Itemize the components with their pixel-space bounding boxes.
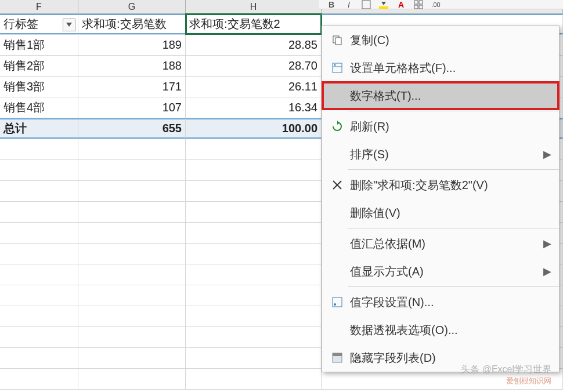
empty-cell[interactable]: [0, 348, 78, 368]
menu-separator: [348, 169, 559, 170]
empty-cell[interactable]: [186, 285, 322, 306]
empty-cell[interactable]: [0, 181, 78, 201]
empty-cell[interactable]: [186, 160, 322, 180]
menu-remove-field[interactable]: 删除"求和项:交易笔数2"(V): [322, 171, 559, 199]
borders-button[interactable]: [412, 1, 425, 9]
empty-cell[interactable]: [78, 327, 186, 347]
empty-cell[interactable]: [78, 160, 186, 180]
empty-cell[interactable]: [78, 369, 186, 389]
border-button[interactable]: [360, 1, 373, 9]
empty-cell[interactable]: [78, 285, 186, 306]
empty-cell[interactable]: [78, 223, 186, 243]
empty-cell[interactable]: [186, 348, 322, 368]
empty-cell[interactable]: [0, 244, 78, 264]
remove-icon: [327, 180, 348, 190]
menu-refresh[interactable]: 刷新(R): [322, 112, 559, 140]
pivot-sum2-header[interactable]: 求和项:交易笔数2: [186, 14, 322, 34]
empty-cell[interactable]: [0, 306, 78, 326]
menu-label: 复制(C): [348, 32, 553, 48]
context-menu: 复制(C) 设置单元格格式(F)... 数字格式(T)... 刷新(R) 排序(…: [322, 26, 560, 372]
row-label-cell[interactable]: 销售3部: [0, 77, 78, 97]
value-cell[interactable]: 107: [78, 97, 186, 118]
value-cell[interactable]: 28.85: [186, 35, 322, 55]
empty-cell[interactable]: [0, 264, 78, 285]
empty-cell[interactable]: [186, 223, 322, 243]
total-value-cell[interactable]: 100.00: [186, 118, 322, 139]
empty-cell[interactable]: [78, 306, 186, 326]
italic-button[interactable]: I: [342, 1, 355, 9]
menu-sort[interactable]: 排序(S) ▶: [322, 140, 559, 168]
pivot-sum1-header[interactable]: 求和项:交易笔数: [78, 14, 186, 34]
menu-number-format[interactable]: 数字格式(T)...: [322, 82, 559, 110]
svg-rect-1: [379, 6, 388, 9]
fill-color-button[interactable]: [377, 1, 390, 9]
value-cell[interactable]: 189: [78, 35, 186, 55]
pivot-row-label-header[interactable]: 行标签: [0, 14, 78, 34]
row-label-cell[interactable]: 销售4部: [0, 97, 78, 118]
svg-rect-4: [414, 5, 418, 9]
decrease-decimal-button[interactable]: .00: [430, 1, 442, 9]
bold-button[interactable]: B: [325, 1, 338, 9]
empty-cell[interactable]: [186, 327, 322, 347]
empty-cell[interactable]: [0, 139, 78, 159]
empty-cell[interactable]: [0, 327, 78, 347]
empty-cell[interactable]: [78, 139, 186, 159]
empty-cell[interactable]: [186, 264, 322, 285]
empty-cell[interactable]: [78, 348, 186, 368]
empty-cell[interactable]: [78, 264, 186, 285]
empty-cell[interactable]: [0, 285, 78, 306]
menu-format-cells[interactable]: 设置单元格格式(F)...: [322, 54, 559, 82]
hide-fields-icon: [327, 352, 348, 364]
filter-dropdown-button[interactable]: [63, 19, 75, 31]
empty-cell[interactable]: [186, 139, 322, 159]
svg-rect-7: [335, 38, 341, 45]
svg-rect-0: [362, 1, 370, 9]
empty-cell[interactable]: [186, 306, 322, 326]
svg-rect-3: [419, 1, 423, 4]
empty-cell[interactable]: [186, 181, 322, 201]
copy-icon: [327, 34, 348, 46]
value-cell[interactable]: 16.34: [186, 97, 322, 118]
column-header-f[interactable]: F: [0, 0, 78, 13]
menu-label: 值字段设置(N)...: [348, 295, 553, 310]
watermark-line2: 爱刨根知识网: [461, 376, 551, 386]
menu-summarize-by[interactable]: 值汇总依据(M) ▶: [322, 230, 559, 257]
chevron-down-icon: [66, 23, 72, 27]
submenu-arrow-icon: ▶: [542, 237, 553, 250]
svg-point-14: [334, 303, 336, 306]
menu-remove-values[interactable]: 删除值(V): [322, 199, 559, 227]
column-header-g[interactable]: G: [78, 0, 186, 13]
empty-cell[interactable]: [0, 160, 78, 180]
field-settings-icon: [327, 296, 348, 308]
menu-label: 刷新(R): [348, 119, 553, 135]
row-label-text: 行标签: [3, 16, 38, 32]
empty-cell[interactable]: [186, 202, 322, 222]
empty-cell[interactable]: [0, 202, 78, 222]
menu-label: 数字格式(T)...: [348, 88, 553, 104]
empty-cell[interactable]: [78, 202, 186, 222]
submenu-arrow-icon: ▶: [542, 148, 553, 161]
empty-cell[interactable]: [186, 244, 322, 264]
total-label-cell[interactable]: 总计: [0, 118, 78, 139]
value-cell[interactable]: 26.11: [186, 77, 322, 97]
menu-copy[interactable]: 复制(C): [322, 26, 559, 54]
total-value-cell[interactable]: 655: [78, 118, 186, 139]
font-color-button[interactable]: A: [395, 1, 407, 9]
menu-field-settings[interactable]: 值字段设置(N)...: [322, 288, 559, 316]
empty-cell[interactable]: [0, 223, 78, 243]
value-cell[interactable]: 171: [78, 77, 186, 97]
empty-cell[interactable]: [78, 181, 186, 201]
empty-cell[interactable]: [0, 369, 78, 389]
menu-show-values-as[interactable]: 值显示方式(A) ▶: [322, 257, 559, 285]
row-label-cell[interactable]: 销售2部: [0, 56, 78, 76]
value-cell[interactable]: 28.70: [186, 56, 322, 76]
empty-cell[interactable]: [186, 369, 322, 389]
empty-cell[interactable]: [78, 244, 186, 264]
menu-label: 数据透视表选项(O)...: [348, 322, 553, 338]
column-header-h[interactable]: H: [186, 0, 322, 13]
menu-pivot-options[interactable]: 数据透视表选项(O)...: [322, 316, 559, 344]
menu-label: 删除"求和项:交易笔数2"(V): [348, 177, 553, 193]
value-cell[interactable]: 188: [78, 56, 186, 76]
row-label-cell[interactable]: 销售1部: [0, 35, 78, 55]
menu-label: 值显示方式(A): [348, 264, 542, 280]
